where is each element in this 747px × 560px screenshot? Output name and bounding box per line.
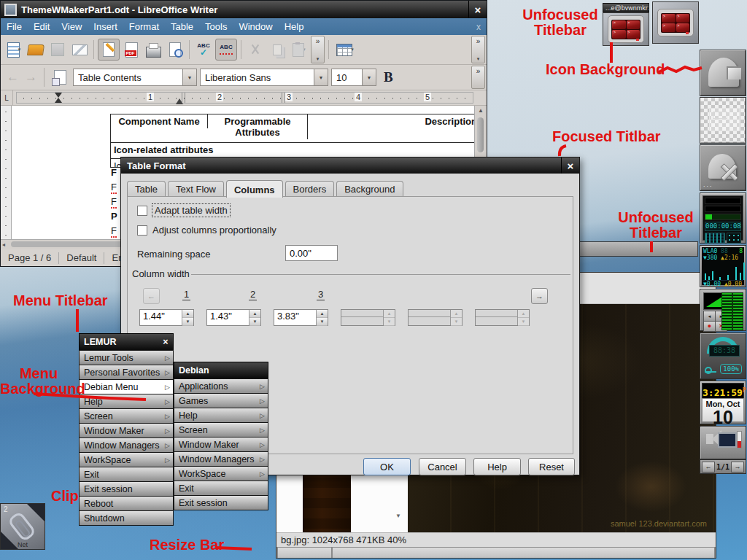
vertical-ruler[interactable] xyxy=(1,106,12,239)
menu-help[interactable]: Help xyxy=(279,21,310,32)
horizontal-ruler[interactable]: 1 2 3 4 5 xyxy=(16,92,473,104)
spinner[interactable]: ▲▼ xyxy=(316,310,328,325)
copy-button[interactable] xyxy=(267,39,287,60)
mixer-prev-button[interactable]: ◂ xyxy=(703,311,716,322)
close-button[interactable]: × xyxy=(468,1,487,18)
toolbar-overflow-button-2[interactable]: »▾ xyxy=(471,36,485,63)
combo-arrow-icon[interactable]: ▼ xyxy=(182,69,196,85)
column-2-width-field[interactable]: 1.43" ▲▼ xyxy=(206,309,261,326)
menu-table[interactable]: Table xyxy=(165,21,199,32)
indent-marker-icon[interactable] xyxy=(55,93,62,98)
insert-table-button[interactable]: ▾ xyxy=(333,39,357,60)
pager-next-button[interactable]: → xyxy=(731,462,744,472)
page-indicator[interactable]: Page 1 / 6 xyxy=(1,252,59,264)
forward-arrow-icon[interactable]: → xyxy=(23,70,39,85)
menu-titlebar[interactable]: LEMUR × xyxy=(79,333,174,351)
document-close-icon[interactable]: x xyxy=(471,22,487,32)
menu-edit[interactable]: Edit xyxy=(28,21,55,32)
print-button[interactable] xyxy=(143,39,163,60)
menu-item-personal-favorites[interactable]: Personal Favorites▷ xyxy=(79,365,174,380)
submenu-item-window-managers[interactable]: Window Managers▷ xyxy=(174,451,268,467)
menu-close-icon[interactable]: × xyxy=(158,337,173,347)
table-dropdown-icon[interactable]: ▾ xyxy=(351,47,354,52)
combo-arrow-icon[interactable]: ▼ xyxy=(362,69,376,85)
resize-handle[interactable] xyxy=(331,548,333,558)
tab-columns[interactable]: Columns xyxy=(226,180,283,198)
menu-window[interactable]: Window xyxy=(233,21,278,32)
toolbar-overflow-button-3[interactable]: » xyxy=(471,66,485,89)
window-menu-icon[interactable] xyxy=(4,4,17,16)
print-preview-button[interactable] xyxy=(165,39,185,60)
dockapp-pager[interactable]: ← 1/1 → xyxy=(700,459,746,474)
dialog-titlebar[interactable]: Table Format × xyxy=(121,158,579,174)
email-button[interactable] xyxy=(69,39,90,60)
submenu-item-workspace[interactable]: WorkSpace▷ xyxy=(174,466,268,481)
columns-scroll-left-button[interactable]: ← xyxy=(143,288,160,304)
styles-button[interactable] xyxy=(50,67,70,88)
menu-view[interactable]: View xyxy=(55,21,88,32)
pager-prev-button[interactable]: ← xyxy=(702,462,715,472)
menu-insert[interactable]: Insert xyxy=(88,21,123,32)
tab-text-flow[interactable]: Text Flow xyxy=(168,181,224,197)
spinner[interactable]: ▲▼ xyxy=(249,310,260,325)
dockapp-clock[interactable]: 3:21:59P Mon, Oct 10 xyxy=(700,381,746,424)
dockapp-wireless-monitor[interactable]: WLA0 888 ▼380 ▲2:16 ▼0.00 ▲0.00 xyxy=(700,245,746,287)
indent-marker-icon[interactable] xyxy=(55,98,62,103)
cancel-button[interactable]: Cancel xyxy=(419,458,466,475)
paste-button[interactable]: ▾ xyxy=(289,39,309,60)
combo-arrow-icon[interactable]: ▼ xyxy=(314,69,328,85)
tab-borders[interactable]: Borders xyxy=(285,181,335,197)
column-1-width-field[interactable]: 1.44" ▲▼ xyxy=(139,309,194,326)
adjust-columns-label[interactable]: Adjust columns proportionally xyxy=(152,225,276,236)
edit-mode-button[interactable] xyxy=(98,39,120,61)
dock-empty-slot-tile[interactable] xyxy=(700,97,746,144)
dock-gnustep-tile[interactable] xyxy=(700,50,746,96)
menu-item-window-managers[interactable]: Window Managers▷ xyxy=(79,438,174,453)
dockapp-timer[interactable]: 000:00:08 xyxy=(700,192,746,244)
record-button[interactable]: ● xyxy=(703,321,716,332)
spellcheck-button[interactable]: ABC✓ xyxy=(193,39,214,60)
miniwindow-terminal-2[interactable]: > > > > xyxy=(652,1,699,44)
spinner[interactable]: ▲▼ xyxy=(182,310,193,325)
brightness-slider[interactable] xyxy=(737,431,742,448)
submenu-item-help[interactable]: Help▷ xyxy=(174,408,268,423)
writer-titlebar[interactable]: ThemeWMakerPart1.odt - LibreOffice Write… xyxy=(1,1,487,18)
reset-button[interactable]: Reset xyxy=(528,458,575,475)
dialog-close-button[interactable]: × xyxy=(561,158,579,174)
cut-button[interactable] xyxy=(245,39,266,60)
help-button[interactable]: Help xyxy=(473,458,521,475)
open-button[interactable] xyxy=(26,39,46,60)
new-dropdown-icon[interactable]: ▾ xyxy=(18,47,21,52)
menu-item-window-maker[interactable]: Window Maker▷ xyxy=(79,423,174,438)
ok-button[interactable]: OK xyxy=(363,458,411,475)
menu-item-exit-session[interactable]: Exit session xyxy=(79,481,174,497)
submenu-item-exit-session[interactable]: Exit session xyxy=(174,495,268,510)
adapt-table-width-label[interactable]: Adapt table width xyxy=(152,204,230,217)
menu-item-workspace[interactable]: WorkSpace▷ xyxy=(79,452,174,467)
font-size-combo[interactable]: 10 ▼ xyxy=(331,69,376,86)
export-pdf-button[interactable]: PDF xyxy=(121,39,142,60)
monitor-icon[interactable] xyxy=(718,432,737,448)
menu-item-reboot[interactable]: Reboot xyxy=(79,496,174,511)
submenu-item-applications[interactable]: Applications▷ xyxy=(174,378,268,394)
toolbar-overflow-button[interactable]: »▾ xyxy=(311,36,325,63)
dockapp-battery[interactable]: 88:38 100% xyxy=(700,332,746,379)
paragraph-style-combo[interactable]: Table Contents ▼ xyxy=(73,69,197,86)
dockapp-av-control[interactable] xyxy=(700,426,746,459)
vscroll-thumb[interactable] xyxy=(477,117,484,152)
scroll-up-icon[interactable]: ▲ xyxy=(475,106,487,116)
tab-table[interactable]: Table xyxy=(127,181,166,197)
canvas-dropdown-arrow-icon[interactable]: ▼ xyxy=(395,513,401,519)
menu-item-shutdown[interactable]: Shutdown xyxy=(79,510,174,526)
tab-selector[interactable]: L xyxy=(1,90,13,105)
new-document-button[interactable]: ▾ xyxy=(4,39,24,60)
menu-tools[interactable]: Tools xyxy=(199,21,233,32)
font-name-combo[interactable]: Liberation Sans ▼ xyxy=(200,69,328,86)
autospellcheck-button[interactable]: ABC xyxy=(215,39,237,61)
menu-item-lemur-tools[interactable]: Lemur Tools▷ xyxy=(79,350,174,365)
viewer-resize-bar[interactable] xyxy=(276,547,716,558)
dockapp-mixer[interactable]: ◂ ▸ ● × xyxy=(700,289,746,331)
submenu-titlebar[interactable]: Debian xyxy=(174,362,268,379)
menu-file[interactable]: File xyxy=(1,21,28,32)
back-arrow-icon[interactable]: ← xyxy=(5,70,20,85)
